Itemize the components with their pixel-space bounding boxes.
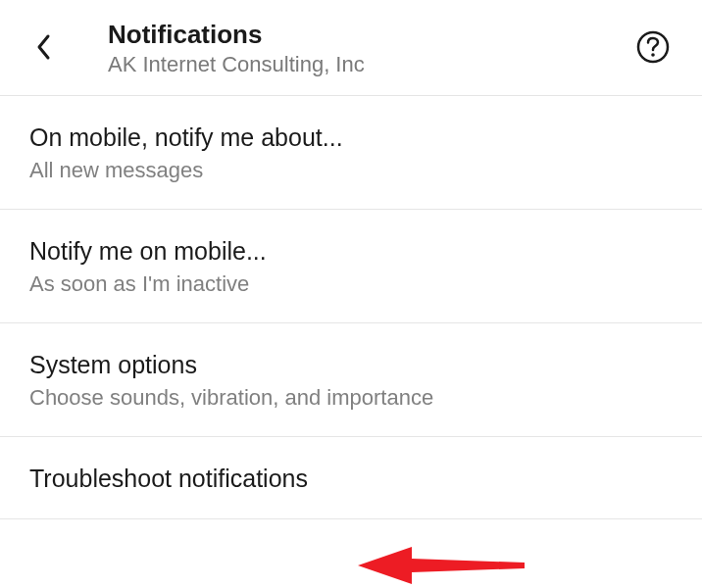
arrow-left-icon [358,579,529,588]
item-title: Notify me on mobile... [29,237,673,266]
item-title: On mobile, notify me about... [29,123,673,152]
item-subtitle: All new messages [29,158,673,183]
chevron-left-icon [34,32,54,66]
item-title: Troubleshoot notifications [29,465,673,493]
item-title: System options [29,351,673,379]
annotation-arrow [358,539,529,588]
back-button[interactable] [20,32,69,66]
notify-about-item[interactable]: On mobile, notify me about... All new me… [0,96,702,210]
page-subtitle: AK Internet Consulting, Inc [108,52,633,77]
system-options-item[interactable]: System options Choose sounds, vibration,… [0,323,702,437]
item-subtitle: Choose sounds, vibration, and importance [29,385,673,411]
svg-marker-2 [358,547,525,584]
help-icon [635,29,671,69]
item-subtitle: As soon as I'm inactive [29,271,673,297]
svg-point-1 [651,53,655,57]
header-bar: Notifications AK Internet Consulting, In… [0,0,702,96]
help-button[interactable] [633,29,673,69]
troubleshoot-item[interactable]: Troubleshoot notifications [0,437,702,519]
notify-on-mobile-item[interactable]: Notify me on mobile... As soon as I'm in… [0,210,702,323]
header-titles: Notifications AK Internet Consulting, In… [108,20,633,77]
page-title: Notifications [108,20,633,50]
